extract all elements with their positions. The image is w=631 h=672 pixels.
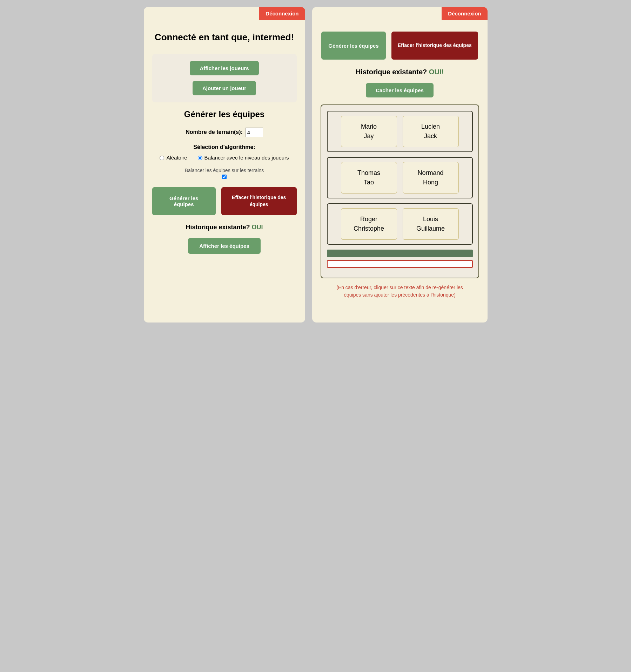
nb-terrain-input[interactable] [246,128,263,137]
player-name-roger: Roger [360,215,377,224]
generer-equipes-button-right[interactable]: Générer les équipes [321,32,385,60]
progress-bar-green [327,250,473,257]
deconnexion-button-left[interactable]: Déconnexion [259,7,305,20]
afficher-joueurs-button[interactable]: Afficher les joueurs [190,61,259,75]
historique-oui-right: OUI! [427,68,444,76]
right-panel: Déconnexion Générer les équipes Effacer … [312,7,488,323]
nb-terrain-label: Nombre de terrain(s): [186,129,243,135]
player-name-thomas: Thomas [357,168,380,178]
balance-label: Balancer les équipes sur les terrains [185,168,264,173]
team-group-2: Thomas Tao Normand Hong [327,157,473,198]
balance-checkbox[interactable] [222,175,227,179]
algo-section: Sélection d'algorithme: Aléatoire Balanc… [152,144,297,161]
player-card-louis-guillaume: Louis Guillaume [403,208,459,240]
teams-container: Mario Jay Lucien Jack Thomas Tao Normand… [321,104,479,278]
algo-radio-aleatoire[interactable] [160,156,164,160]
progress-bar-red [327,260,473,268]
team-group-1: Mario Jay Lucien Jack [327,111,473,152]
historique-line-right: Historique existante? OUI! [321,68,479,76]
algo-options: Aléatoire Balancer avec le niveau des jo… [152,155,297,161]
generer-equipes-title: Générer les équipes [152,109,297,119]
player-card-roger-christophe: Roger Christophe [341,208,397,240]
historique-oui-left: OUI [250,224,263,231]
progress-bar-wrap [327,250,473,257]
player-name-tao: Tao [364,178,374,187]
player-name-hong: Hong [423,178,438,187]
algo-option-balancer[interactable]: Balancer avec le niveau des joueurs [198,155,289,161]
progress-inner [327,250,473,257]
player-name-christophe: Christophe [354,224,384,233]
player-name-lucien: Lucien [421,122,440,131]
player-name-normand: Normand [417,168,443,178]
player-name-jack: Jack [424,131,437,141]
error-message[interactable]: (En cas d'erreur, cliquer sur ce texte a… [321,284,479,299]
cacher-equipes-button[interactable]: Cacher les équipes [366,83,434,97]
deconnexion-button-right[interactable]: Déconnexion [442,7,487,20]
historique-text-right: Historique existante? [356,68,427,76]
bottom-buttons: Générer les équipes Effacer l'historique… [152,187,297,215]
ajouter-joueur-button[interactable]: Ajouter un joueur [193,81,256,95]
algo-label-balancer: Balancer avec le niveau des joueurs [204,155,289,161]
effacer-historique-button-left[interactable]: Effacer l'historique des équipes [221,187,297,215]
right-top-buttons: Générer les équipes Effacer l'historique… [321,32,479,60]
team-group-3: Roger Christophe Louis Guillaume [327,203,473,245]
nb-terrain-row: Nombre de terrain(s): [152,128,297,137]
page-title: Connecté en tant que, intermed! [152,32,297,43]
action-box: Afficher les joueurs Ajouter un joueur [152,54,297,102]
player-name-louis: Louis [423,215,438,224]
player-name-mario: Mario [361,122,377,131]
generer-equipes-button-left[interactable]: Générer les équipes [152,187,216,215]
algo-radio-balancer[interactable] [198,156,202,160]
player-card-thomas-tao: Thomas Tao [341,162,397,194]
player-card-mario-jay: Mario Jay [341,116,397,147]
balance-section: Balancer les équipes sur les terrains [152,168,297,180]
effacer-historique-button-right[interactable]: Effacer l'historique des équipes [391,32,478,60]
player-card-normand-hong: Normand Hong [403,162,459,194]
algo-label-aleatoire: Aléatoire [166,155,187,161]
player-card-lucien-jack: Lucien Jack [403,116,459,147]
player-name-jay: Jay [364,131,374,141]
left-panel: Déconnexion Connecté en tant que, interm… [144,7,305,323]
algo-label: Sélection d'algorithme: [152,144,297,150]
afficher-equipes-button[interactable]: Afficher les équipes [188,238,261,254]
historique-line-left: Historique existante? OUI [152,224,297,231]
algo-option-aleatoire[interactable]: Aléatoire [160,155,187,161]
cacher-btn-wrap: Cacher les équipes [321,83,479,97]
historique-text-left: Historique existante? [186,224,250,231]
player-name-guillaume: Guillaume [416,224,445,233]
